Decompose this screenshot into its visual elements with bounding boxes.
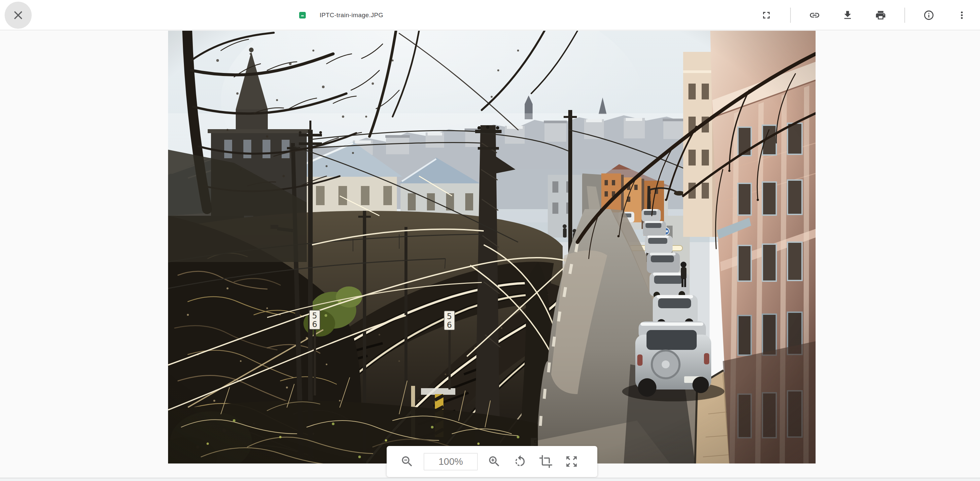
copy-link-button[interactable]	[805, 6, 824, 24]
close-button[interactable]	[5, 2, 32, 29]
image-file-icon	[299, 12, 306, 19]
more-options-button[interactable]	[953, 6, 971, 24]
file-name: IPTC-train-image.JPG	[320, 11, 383, 19]
zoom-in-icon	[487, 455, 501, 468]
print-button[interactable]	[871, 6, 890, 24]
info-icon	[923, 10, 934, 21]
crop-icon	[539, 455, 553, 468]
info-button[interactable]	[920, 6, 938, 24]
download-button[interactable]	[838, 6, 857, 24]
more-vert-icon	[956, 10, 967, 21]
fit-screen-button[interactable]	[562, 452, 581, 471]
preview-image: 5 6 5 6 5 6	[168, 31, 816, 463]
photo-vignette	[168, 31, 816, 463]
toolbar-divider	[904, 8, 905, 23]
toolbar-divider	[790, 8, 791, 23]
zoom-toolbar	[387, 446, 597, 477]
file-info: IPTC-train-image.JPG	[299, 0, 383, 30]
topbar-actions	[757, 0, 971, 30]
bottom-edge-strip	[0, 478, 980, 481]
zoom-out-icon	[400, 455, 414, 468]
fit-screen-icon	[565, 455, 579, 468]
download-icon	[842, 10, 853, 21]
fullscreen-icon	[761, 10, 772, 21]
zoom-out-button[interactable]	[398, 452, 416, 471]
fullscreen-button[interactable]	[757, 6, 776, 24]
zoom-level-input[interactable]	[424, 453, 478, 470]
crop-button[interactable]	[536, 452, 555, 471]
print-icon	[875, 10, 886, 21]
preview-topbar: IPTC-train-image.JPG	[0, 0, 980, 30]
rotate-left-icon	[513, 455, 527, 468]
rotate-button[interactable]	[511, 452, 529, 471]
image-preview-overlay: IPTC-train-image.JPG	[0, 0, 980, 481]
photo-illustration: 5 6 5 6 5 6	[168, 31, 816, 463]
zoom-in-button[interactable]	[485, 452, 504, 471]
close-icon	[11, 8, 25, 22]
link-icon	[809, 10, 820, 21]
